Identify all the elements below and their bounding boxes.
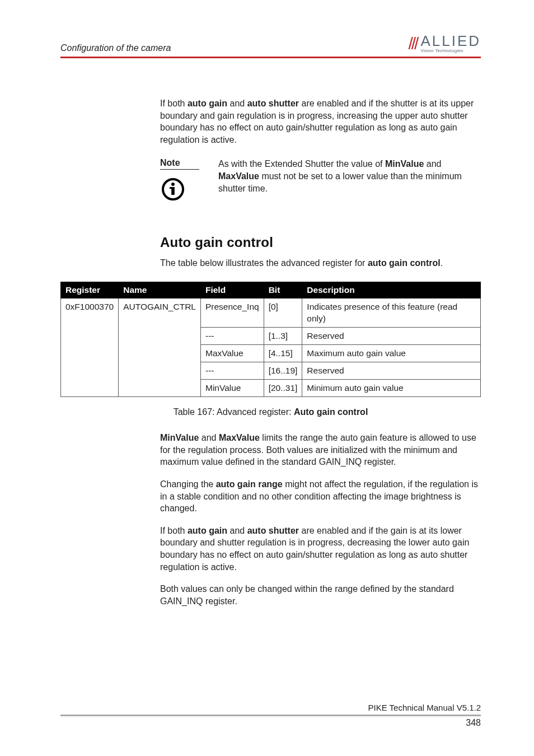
bold-minvalue: MinValue [385,159,424,169]
cell-desc: Reserved [302,362,481,379]
table-caption: Table 167: Advanced register: Auto gain … [60,407,481,417]
text-fragment: If both [160,99,188,108]
body-paragraph: If both auto gain and auto shutter are e… [160,525,481,573]
table-row: 0xF1000370 AUTOGAIN_CTRL Presence_Inq [0… [61,298,481,327]
col-description: Description [302,282,481,298]
svg-rect-2 [171,187,175,195]
bold-minvalue: MinValue [160,433,199,442]
logo-main-text: ALLIED [420,34,481,48]
bold-autoshutter: auto shutter [247,99,299,108]
text-fragment: If both [160,526,188,535]
body-paragraph: Both values can only be changed within t… [160,583,481,607]
text-fragment: and [227,99,247,108]
bold-autogain: auto gain [188,99,227,108]
cell-desc: Reserved [302,327,481,344]
col-name: Name [119,282,201,298]
bold-autoshutter: auto shutter [247,526,299,535]
svg-point-1 [171,183,175,186]
col-bit: Bit [264,282,302,298]
cell-field: --- [200,327,264,344]
cell-register: 0xF1000370 [61,298,119,397]
cell-field: MinValue [200,380,264,397]
logo-slashes-icon: /// [408,35,417,52]
info-icon [161,178,185,201]
section-intro: The table below illustrates the advanced… [160,258,481,268]
page-footer: PIKE Technical Manual V5.1.2 348 [60,703,481,728]
header-title: Configuration of the camera [60,43,171,53]
cell-field: Presence_Inq [200,298,264,327]
cell-bit: [20..31] [264,380,302,397]
footer-divider [60,715,481,716]
caption-bold: Auto gain control [294,407,368,417]
col-register: Register [61,282,119,298]
note-block: Note As with the Extended Shutter the va… [160,158,481,201]
text-fragment: Changing the [160,479,216,489]
bold-autogain: auto gain [188,526,227,535]
intro-paragraph: If both auto gain and auto shutter are e… [160,97,481,146]
cell-desc: Maximum auto gain value [302,344,481,362]
bold-maxvalue: MaxValue [218,171,259,181]
svg-rect-3 [170,187,172,189]
brand-logo: /// ALLIED Vision Technologies [408,34,481,53]
page-number: 348 [60,718,481,728]
body-paragraph: MinValue and MaxValue limits the range t… [160,432,481,468]
bold-autogainrange: auto gain range [216,479,283,489]
cell-bit: [1..3] [264,327,302,344]
text-fragment: Table 167: Advanced register: [174,407,294,417]
footer-doc-title: PIKE Technical Manual V5.1.2 [60,703,481,712]
bold-autogaincontrol: auto gain control [368,258,441,268]
page-header: Configuration of the camera /// ALLIED V… [60,34,481,53]
body-paragraph: Changing the auto gain range might not a… [160,478,481,515]
cell-bit: [4..15] [264,344,302,362]
header-divider [60,57,481,58]
cell-name: AUTOGAIN_CTRL [119,298,201,397]
bold-maxvalue: MaxValue [219,433,260,442]
cell-desc: Indicates presence of this feature (read… [302,298,481,327]
note-label: Note [160,158,199,170]
cell-field: --- [200,362,264,379]
col-field: Field [200,282,264,298]
text-fragment: As with the Extended Shutter the value o… [218,159,385,169]
text-fragment: and [199,433,219,442]
text-fragment: . [441,258,443,268]
cell-desc: Minimum auto gain value [302,380,481,397]
text-fragment: The table below illustrates the advanced… [160,258,368,268]
text-fragment: and [424,159,441,169]
logo-sub-text: Vision Technologies [420,49,481,53]
note-body: As with the Extended Shutter the value o… [218,158,481,201]
section-heading: Auto gain control [160,235,481,250]
cell-bit: [16..19] [264,362,302,379]
table-header-row: Register Name Field Bit Description [61,282,481,298]
text-fragment: and [227,526,247,535]
cell-bit: [0] [264,298,302,327]
register-table: Register Name Field Bit Description 0xF1… [60,282,481,397]
cell-field: MaxValue [200,344,264,362]
